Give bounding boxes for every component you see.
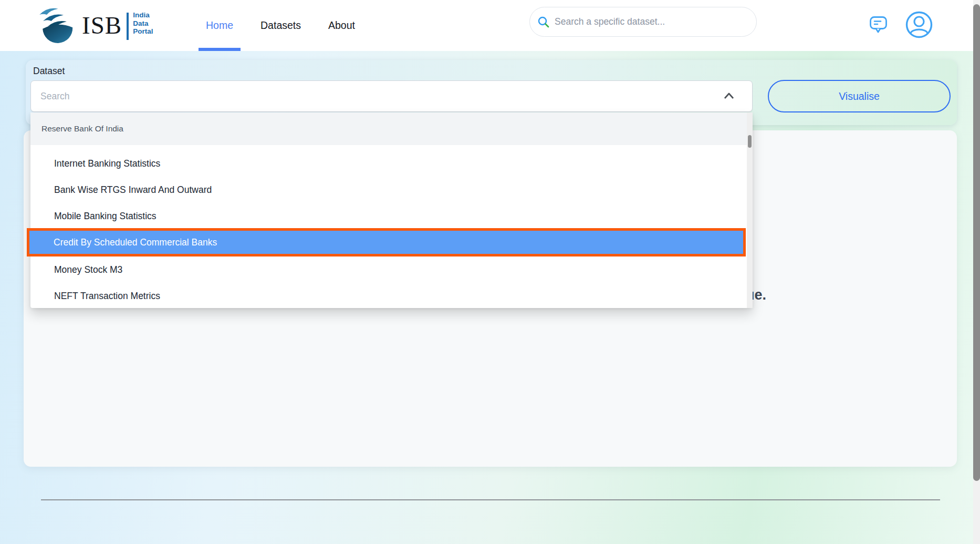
page-scrollbar[interactable]: [973, 0, 980, 544]
chat-icon[interactable]: [870, 16, 888, 36]
dropdown-scrollbar-thumb[interactable]: [748, 135, 752, 148]
dropdown-option[interactable]: Bank Wise RTGS Inward And Outward: [30, 177, 747, 203]
bird-logo-icon: [37, 4, 77, 47]
logo-subtitle: India Data Portal: [133, 11, 153, 36]
logo-line-data: Data: [133, 19, 153, 28]
dataset-combobox-input[interactable]: [40, 91, 723, 102]
logo-line-india: India: [133, 11, 153, 19]
page-scrollbar-thumb[interactable]: [973, 4, 980, 481]
dropdown-list: Internet Banking Statistics Bank Wise RT…: [30, 145, 747, 309]
visualise-button[interactable]: Visualise: [768, 80, 951, 112]
nav-home[interactable]: Home: [206, 0, 233, 51]
search-icon: [537, 16, 550, 28]
main-nav: Home Datasets About: [206, 0, 355, 51]
active-tab-underline: [199, 48, 241, 51]
dropdown-option[interactable]: Mobile Banking Statistics: [30, 203, 747, 229]
nav-about[interactable]: About: [328, 0, 355, 51]
logo-separator: [127, 13, 129, 40]
dataset-combobox[interactable]: [30, 80, 753, 112]
logo[interactable]: ISB India Data Portal: [37, 4, 153, 47]
footer-divider: [41, 499, 940, 500]
dropdown-option-selected[interactable]: Credit By Scheduled Commercial Banks: [27, 228, 746, 256]
dropdown-option[interactable]: Money Stock M3: [30, 256, 747, 283]
user-avatar-icon[interactable]: [905, 11, 933, 41]
dataset-dropdown: Reserve Bank Of India Internet Banking S…: [30, 112, 753, 308]
nav-datasets[interactable]: Datasets: [260, 0, 301, 51]
logo-line-portal: Portal: [133, 27, 153, 36]
dropdown-option[interactable]: NEFT Transaction Metrics: [30, 283, 747, 309]
dropdown-group-header: Reserve Bank Of India: [30, 112, 747, 145]
dataset-label: Dataset: [33, 66, 65, 77]
global-search[interactable]: [529, 7, 757, 37]
header: ISB India Data Portal Home Datasets Abou…: [0, 0, 980, 51]
dropdown-scrollbar[interactable]: [747, 112, 753, 308]
chevron-up-icon[interactable]: [723, 91, 735, 101]
global-search-input[interactable]: [555, 16, 748, 27]
logo-isb-text: ISB: [82, 4, 122, 46]
dropdown-option[interactable]: Internet Banking Statistics: [30, 150, 747, 177]
page: ISB India Data Portal Home Datasets Abou…: [0, 0, 980, 544]
